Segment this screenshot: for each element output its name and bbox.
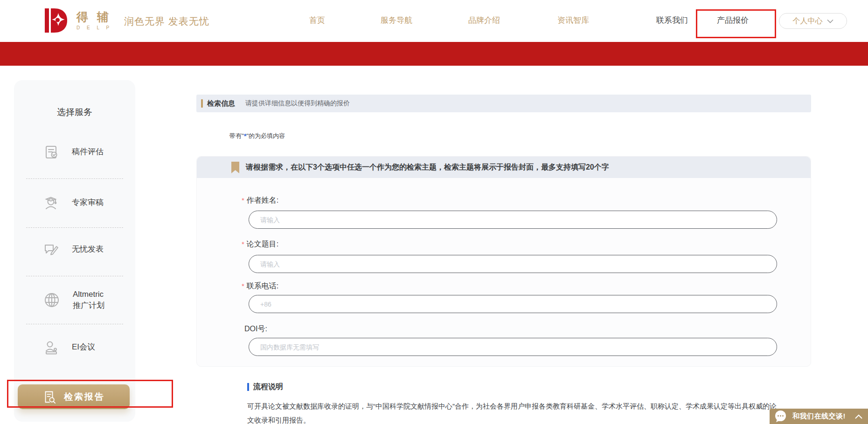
sidebar-item-worry-free-publishing[interactable]: 无忧发表	[43, 241, 104, 258]
sidebar: 选择服务 稿件评估 专家审稿	[14, 80, 135, 422]
section-tick	[201, 99, 203, 108]
sidebar-item-search-report-active[interactable]: 检索报告	[18, 384, 130, 409]
field-label-doi: DOI号:	[244, 324, 267, 334]
chat-label: 和我们在线交谈!	[792, 412, 846, 421]
sidebar-item-label: 稿件评估	[72, 146, 104, 157]
field-label-title: *论文题目:	[242, 239, 278, 249]
doc-search-icon	[42, 390, 56, 404]
nav-quote[interactable]: 产品报价	[717, 15, 749, 26]
sidebar-item-label: Altmetric 推广计划	[73, 289, 104, 311]
sidebar-divider	[26, 324, 123, 324]
globe-icon	[43, 291, 61, 309]
author-name-input[interactable]	[249, 211, 777, 229]
sidebar-item-manuscript-evaluation[interactable]: 稿件评估	[43, 144, 104, 160]
brand-text: 得 辅 D E L P	[76, 11, 112, 30]
process-section-title: 流程说明	[247, 382, 283, 392]
sidebar-item-label: 无忧发表	[72, 244, 104, 255]
sidebar-item-altmetric-promotion[interactable]: Altmetric 推广计划	[43, 289, 104, 311]
field-label-phone: *联系电话:	[242, 281, 278, 291]
doi-input[interactable]	[249, 338, 777, 356]
nav-contact[interactable]: 联系我们	[656, 15, 688, 26]
brand-tagline: 润色无界 发表无忧	[124, 15, 209, 28]
header: 得 辅 D E L P 润色无界 发表无忧 首页 服务导航 品牌介绍 资讯智库 …	[0, 0, 868, 42]
section-subtitle: 请提供详细信息以便得到精确的报价	[245, 99, 350, 108]
user-menu-label: 个人中心	[793, 16, 823, 26]
sidebar-active-label: 检索报告	[64, 391, 105, 403]
lectern-icon	[43, 339, 60, 356]
page: 得 辅 D E L P 润色无界 发表无忧 首页 服务导航 品牌介绍 资讯智库 …	[0, 0, 868, 424]
nav-services[interactable]: 服务导航	[381, 15, 412, 26]
scholar-cap-icon	[43, 194, 60, 211]
chevron-up-icon[interactable]	[855, 414, 862, 419]
sidebar-divider	[26, 178, 123, 179]
section-title: 检索信息	[207, 99, 235, 108]
sidebar-item-label: 专家审稿	[72, 197, 104, 208]
clipboard-check-icon	[43, 144, 60, 160]
required-note: 带有"*"的为必填内容	[229, 132, 285, 140]
sidebar-item-expert-review[interactable]: 专家审稿	[43, 194, 104, 211]
delp-logo-icon	[41, 6, 71, 35]
user-menu[interactable]: 个人中心	[779, 13, 847, 29]
brand-name-en: D E L P	[76, 25, 112, 30]
notice-text: 请根据需求，在以下3个选项中任选一个作为您的检索主题，检索主题将展示于报告封面，…	[246, 163, 609, 172]
notice-bar: 请根据需求，在以下3个选项中任选一个作为您的检索主题，检索主题将展示于报告封面，…	[197, 157, 811, 178]
chat-pencil-icon	[43, 241, 60, 258]
required-mark: *	[242, 282, 244, 290]
nav-home[interactable]: 首页	[309, 15, 325, 26]
process-tick	[247, 383, 249, 391]
field-label-author: *作者姓名:	[242, 196, 278, 205]
speech-bubble-icon	[774, 410, 787, 423]
promo-banner	[0, 42, 868, 66]
sidebar-divider	[26, 227, 123, 228]
paper-title-input[interactable]	[249, 255, 777, 273]
sidebar-item-ei-conference[interactable]: EI会议	[43, 339, 95, 356]
brand-name-cn: 得 辅	[76, 11, 112, 23]
nav-brand[interactable]: 品牌介绍	[468, 15, 500, 26]
quote-form-card: 请根据需求，在以下3个选项中任选一个作为您的检索主题，检索主题将展示于报告封面，…	[196, 156, 811, 367]
sidebar-divider	[26, 276, 123, 276]
sidebar-title: 选择服务	[14, 106, 135, 118]
process-description: 可开具论文被文献数据库收录的证明，与“中国科学院文献情报中心”合作，为社会各界用…	[247, 399, 777, 424]
brand-logo[interactable]: 得 辅 D E L P	[41, 6, 112, 35]
required-mark: *	[242, 240, 244, 248]
required-mark: *	[242, 196, 244, 204]
chevron-down-icon	[827, 19, 833, 23]
sidebar-item-label: EI会议	[72, 342, 95, 353]
phone-input[interactable]	[249, 295, 777, 313]
nav-news[interactable]: 资讯智库	[557, 15, 589, 26]
chat-widget[interactable]: 和我们在线交谈!	[770, 409, 868, 424]
section-header: 检索信息 请提供详细信息以便得到精确的报价	[196, 95, 811, 112]
bookmark-icon	[231, 162, 240, 173]
